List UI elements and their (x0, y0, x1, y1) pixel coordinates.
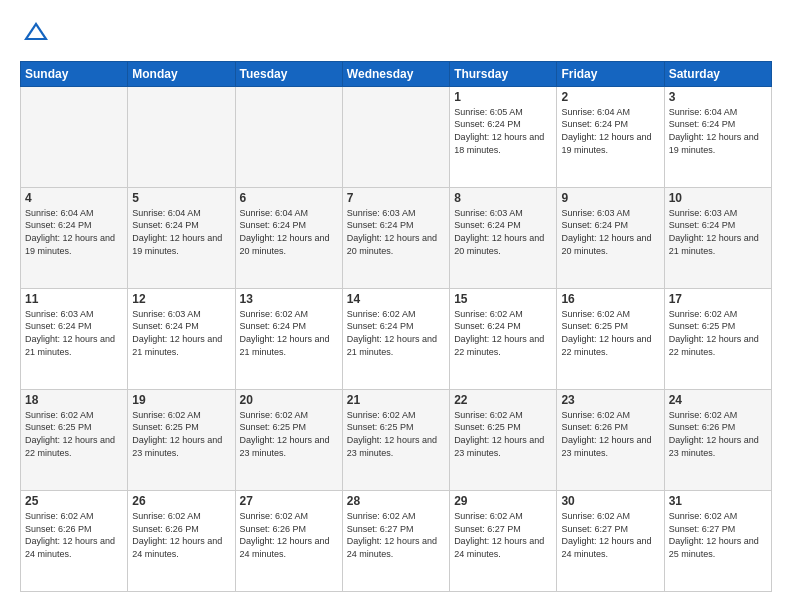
day-number: 20 (240, 393, 338, 407)
weekday-header-sunday: Sunday (21, 61, 128, 86)
sunrise-label: Sunrise: 6:02 AM (347, 410, 416, 420)
day-number: 24 (669, 393, 767, 407)
day-info: Sunrise: 6:02 AM Sunset: 6:27 PM Dayligh… (454, 510, 552, 560)
week-row-2: 4 Sunrise: 6:04 AM Sunset: 6:24 PM Dayli… (21, 187, 772, 288)
day-cell-3: 3 Sunrise: 6:04 AM Sunset: 6:24 PM Dayli… (664, 86, 771, 187)
day-cell-29: 29 Sunrise: 6:02 AM Sunset: 6:27 PM Dayl… (450, 490, 557, 591)
sunset-label: Sunset: 6:27 PM (347, 524, 414, 534)
daylight-label: Daylight: 12 hours and 24 minutes. (25, 536, 115, 559)
day-cell-21: 21 Sunrise: 6:02 AM Sunset: 6:25 PM Dayl… (342, 389, 449, 490)
logo-icon (22, 20, 50, 44)
empty-cell (235, 86, 342, 187)
sunset-label: Sunset: 6:27 PM (454, 524, 521, 534)
sunrise-label: Sunrise: 6:03 AM (347, 208, 416, 218)
day-cell-13: 13 Sunrise: 6:02 AM Sunset: 6:24 PM Dayl… (235, 288, 342, 389)
day-info: Sunrise: 6:02 AM Sunset: 6:26 PM Dayligh… (240, 510, 338, 560)
sunrise-label: Sunrise: 6:02 AM (25, 410, 94, 420)
sunrise-label: Sunrise: 6:02 AM (454, 511, 523, 521)
sunset-label: Sunset: 6:24 PM (25, 321, 92, 331)
day-cell-5: 5 Sunrise: 6:04 AM Sunset: 6:24 PM Dayli… (128, 187, 235, 288)
day-cell-1: 1 Sunrise: 6:05 AM Sunset: 6:24 PM Dayli… (450, 86, 557, 187)
day-cell-31: 31 Sunrise: 6:02 AM Sunset: 6:27 PM Dayl… (664, 490, 771, 591)
daylight-label: Daylight: 12 hours and 24 minutes. (132, 536, 222, 559)
sunset-label: Sunset: 6:24 PM (561, 119, 628, 129)
day-info: Sunrise: 6:04 AM Sunset: 6:24 PM Dayligh… (132, 207, 230, 257)
sunset-label: Sunset: 6:24 PM (240, 220, 307, 230)
day-number: 1 (454, 90, 552, 104)
daylight-label: Daylight: 12 hours and 25 minutes. (669, 536, 759, 559)
sunrise-label: Sunrise: 6:04 AM (240, 208, 309, 218)
day-number: 19 (132, 393, 230, 407)
day-number: 18 (25, 393, 123, 407)
sunrise-label: Sunrise: 6:03 AM (561, 208, 630, 218)
sunrise-label: Sunrise: 6:02 AM (132, 511, 201, 521)
day-cell-23: 23 Sunrise: 6:02 AM Sunset: 6:26 PM Dayl… (557, 389, 664, 490)
daylight-label: Daylight: 12 hours and 24 minutes. (240, 536, 330, 559)
day-info: Sunrise: 6:02 AM Sunset: 6:26 PM Dayligh… (132, 510, 230, 560)
weekday-header-monday: Monday (128, 61, 235, 86)
daylight-label: Daylight: 12 hours and 24 minutes. (561, 536, 651, 559)
sunset-label: Sunset: 6:24 PM (347, 220, 414, 230)
daylight-label: Daylight: 12 hours and 20 minutes. (561, 233, 651, 256)
day-info: Sunrise: 6:02 AM Sunset: 6:24 PM Dayligh… (240, 308, 338, 358)
day-info: Sunrise: 6:02 AM Sunset: 6:25 PM Dayligh… (347, 409, 445, 459)
page: SundayMondayTuesdayWednesdayThursdayFrid… (0, 0, 792, 612)
day-number: 31 (669, 494, 767, 508)
sunrise-label: Sunrise: 6:02 AM (240, 511, 309, 521)
day-info: Sunrise: 6:03 AM Sunset: 6:24 PM Dayligh… (669, 207, 767, 257)
daylight-label: Daylight: 12 hours and 20 minutes. (240, 233, 330, 256)
day-info: Sunrise: 6:03 AM Sunset: 6:24 PM Dayligh… (454, 207, 552, 257)
sunrise-label: Sunrise: 6:02 AM (454, 309, 523, 319)
day-number: 6 (240, 191, 338, 205)
sunrise-label: Sunrise: 6:04 AM (132, 208, 201, 218)
daylight-label: Daylight: 12 hours and 23 minutes. (454, 435, 544, 458)
weekday-header-saturday: Saturday (664, 61, 771, 86)
calendar: SundayMondayTuesdayWednesdayThursdayFrid… (20, 61, 772, 592)
daylight-label: Daylight: 12 hours and 22 minutes. (669, 334, 759, 357)
day-cell-22: 22 Sunrise: 6:02 AM Sunset: 6:25 PM Dayl… (450, 389, 557, 490)
sunset-label: Sunset: 6:27 PM (669, 524, 736, 534)
day-cell-19: 19 Sunrise: 6:02 AM Sunset: 6:25 PM Dayl… (128, 389, 235, 490)
day-cell-17: 17 Sunrise: 6:02 AM Sunset: 6:25 PM Dayl… (664, 288, 771, 389)
sunset-label: Sunset: 6:24 PM (454, 119, 521, 129)
day-number: 11 (25, 292, 123, 306)
sunset-label: Sunset: 6:24 PM (132, 220, 199, 230)
day-info: Sunrise: 6:02 AM Sunset: 6:25 PM Dayligh… (25, 409, 123, 459)
daylight-label: Daylight: 12 hours and 24 minutes. (347, 536, 437, 559)
sunset-label: Sunset: 6:26 PM (561, 422, 628, 432)
weekday-header-row: SundayMondayTuesdayWednesdayThursdayFrid… (21, 61, 772, 86)
day-info: Sunrise: 6:02 AM Sunset: 6:25 PM Dayligh… (669, 308, 767, 358)
daylight-label: Daylight: 12 hours and 23 minutes. (240, 435, 330, 458)
daylight-label: Daylight: 12 hours and 22 minutes. (561, 334, 651, 357)
day-cell-9: 9 Sunrise: 6:03 AM Sunset: 6:24 PM Dayli… (557, 187, 664, 288)
day-info: Sunrise: 6:02 AM Sunset: 6:25 PM Dayligh… (561, 308, 659, 358)
sunset-label: Sunset: 6:24 PM (454, 321, 521, 331)
day-number: 12 (132, 292, 230, 306)
day-number: 10 (669, 191, 767, 205)
sunrise-label: Sunrise: 6:02 AM (561, 309, 630, 319)
day-number: 4 (25, 191, 123, 205)
week-row-4: 18 Sunrise: 6:02 AM Sunset: 6:25 PM Dayl… (21, 389, 772, 490)
day-cell-27: 27 Sunrise: 6:02 AM Sunset: 6:26 PM Dayl… (235, 490, 342, 591)
day-cell-28: 28 Sunrise: 6:02 AM Sunset: 6:27 PM Dayl… (342, 490, 449, 591)
daylight-label: Daylight: 12 hours and 23 minutes. (132, 435, 222, 458)
sunrise-label: Sunrise: 6:02 AM (132, 410, 201, 420)
sunrise-label: Sunrise: 6:02 AM (561, 511, 630, 521)
daylight-label: Daylight: 12 hours and 19 minutes. (669, 132, 759, 155)
week-row-1: 1 Sunrise: 6:05 AM Sunset: 6:24 PM Dayli… (21, 86, 772, 187)
day-info: Sunrise: 6:03 AM Sunset: 6:24 PM Dayligh… (347, 207, 445, 257)
day-cell-12: 12 Sunrise: 6:03 AM Sunset: 6:24 PM Dayl… (128, 288, 235, 389)
sunset-label: Sunset: 6:27 PM (561, 524, 628, 534)
day-info: Sunrise: 6:02 AM Sunset: 6:26 PM Dayligh… (669, 409, 767, 459)
sunrise-label: Sunrise: 6:02 AM (669, 511, 738, 521)
sunrise-label: Sunrise: 6:03 AM (669, 208, 738, 218)
daylight-label: Daylight: 12 hours and 23 minutes. (561, 435, 651, 458)
sunset-label: Sunset: 6:26 PM (240, 524, 307, 534)
sunrise-label: Sunrise: 6:02 AM (669, 309, 738, 319)
sunset-label: Sunset: 6:24 PM (132, 321, 199, 331)
day-number: 25 (25, 494, 123, 508)
day-info: Sunrise: 6:05 AM Sunset: 6:24 PM Dayligh… (454, 106, 552, 156)
sunrise-label: Sunrise: 6:02 AM (240, 410, 309, 420)
day-number: 28 (347, 494, 445, 508)
daylight-label: Daylight: 12 hours and 24 minutes. (454, 536, 544, 559)
